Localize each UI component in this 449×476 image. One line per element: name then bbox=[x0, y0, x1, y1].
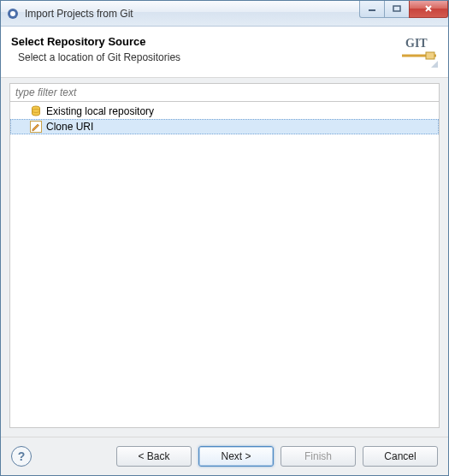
wizard-header: Select Repository Source Select a locati… bbox=[1, 27, 448, 78]
minimize-button[interactable] bbox=[359, 1, 385, 18]
close-button[interactable] bbox=[409, 1, 448, 18]
tree-item-label: Existing local repository bbox=[46, 105, 154, 117]
svg-point-1 bbox=[10, 11, 15, 16]
svg-rect-3 bbox=[393, 6, 400, 11]
content-panel: Existing local repository Clone URI bbox=[9, 83, 440, 428]
filter-input[interactable] bbox=[10, 84, 439, 102]
repository-source-tree[interactable]: Existing local repository Clone URI bbox=[10, 102, 439, 427]
back-button[interactable]: < Back bbox=[116, 446, 192, 467]
wizard-content: Existing local repository Clone URI bbox=[1, 78, 448, 437]
titlebar: Import Projects from Git bbox=[1, 1, 448, 27]
tree-item-existing-local-repository[interactable]: Existing local repository bbox=[10, 104, 439, 119]
git-logo: GIT bbox=[399, 35, 438, 70]
page-description: Select a location of Git Repositories bbox=[18, 51, 399, 63]
maximize-button[interactable] bbox=[384, 1, 410, 18]
tree-item-label: Clone URI bbox=[46, 121, 93, 133]
cancel-button[interactable]: Cancel bbox=[363, 446, 438, 467]
help-button[interactable]: ? bbox=[11, 446, 32, 467]
window-controls bbox=[360, 1, 448, 18]
finish-button[interactable]: Finish bbox=[281, 446, 356, 467]
next-button[interactable]: Next > bbox=[198, 446, 274, 467]
app-icon bbox=[6, 7, 20, 21]
window-title: Import Projects from Git bbox=[25, 8, 360, 20]
page-title: Select Repository Source bbox=[11, 35, 399, 48]
svg-rect-8 bbox=[426, 52, 434, 59]
svg-text:GIT: GIT bbox=[405, 37, 428, 50]
database-icon bbox=[29, 104, 43, 118]
tree-item-clone-uri[interactable]: Clone URI bbox=[10, 119, 439, 134]
edit-icon bbox=[29, 120, 43, 134]
wizard-footer: ? < Back Next > Finish Cancel bbox=[1, 437, 448, 475]
